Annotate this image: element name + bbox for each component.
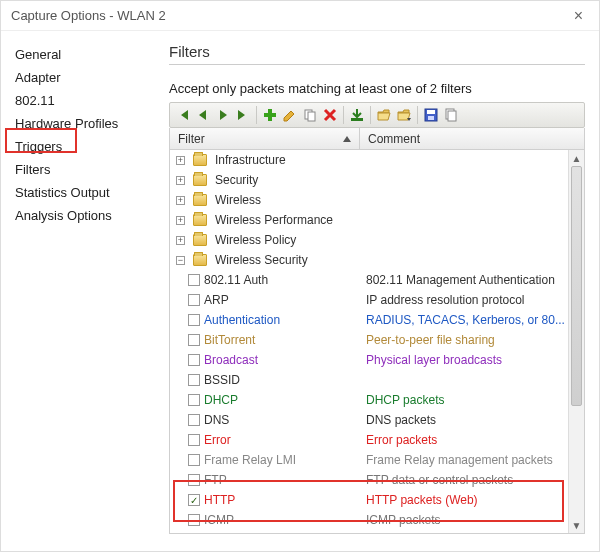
scroll-up-icon[interactable]: ▲: [569, 150, 584, 166]
expand-icon[interactable]: +: [176, 176, 185, 185]
filter-checkbox[interactable]: [188, 394, 200, 406]
filter-checkbox[interactable]: [188, 454, 200, 466]
toolbar-separator: [343, 106, 344, 124]
duplicate-icon[interactable]: [301, 106, 319, 124]
sidebar-item-hardware-profiles[interactable]: Hardware Profiles: [1, 112, 161, 135]
filter-label: Frame Relay LMI: [204, 453, 296, 467]
expand-icon[interactable]: +: [176, 236, 185, 245]
sidebar-item-adapter[interactable]: Adapter: [1, 66, 161, 89]
folder-row[interactable]: +Wireless Policy: [170, 230, 568, 250]
filter-label: Error: [204, 433, 231, 447]
filter-row[interactable]: BitTorrentPeer-to-peer file sharing: [170, 330, 568, 350]
toolbar: [169, 102, 585, 128]
filter-row[interactable]: ErrorError packets: [170, 430, 568, 450]
toolbar-separator: [370, 106, 371, 124]
svg-rect-9: [448, 111, 456, 121]
filter-row[interactable]: Frame Relay LMIFrame Relay management pa…: [170, 450, 568, 470]
titlebar: Capture Options - WLAN 2 ×: [1, 1, 599, 31]
filter-label: IGMP: [204, 533, 235, 534]
filter-checkbox[interactable]: [188, 414, 200, 426]
folder-icon: [193, 154, 207, 166]
folder-dropdown-icon[interactable]: [395, 106, 413, 124]
expand-icon[interactable]: +: [176, 216, 185, 225]
copy-icon[interactable]: [442, 106, 460, 124]
sidebar: GeneralAdapter802.11Hardware ProfilesTri…: [1, 31, 161, 551]
filter-label: BitTorrent: [204, 333, 255, 347]
filter-checkbox[interactable]: [188, 374, 200, 386]
expand-icon[interactable]: +: [176, 156, 185, 165]
folder-label: Security: [215, 173, 258, 187]
filter-row[interactable]: BroadcastPhysical layer broadcasts: [170, 350, 568, 370]
filter-row[interactable]: FTPFTP data or control packets: [170, 470, 568, 490]
subheading: Accept only packets matching at least on…: [169, 81, 585, 96]
filter-comment: Frame Relay management packets: [360, 453, 568, 467]
edit-icon[interactable]: [281, 106, 299, 124]
svg-rect-6: [427, 110, 435, 114]
close-icon[interactable]: ×: [568, 7, 589, 25]
filter-checkbox[interactable]: ✓: [188, 494, 200, 506]
filter-checkbox[interactable]: [188, 434, 200, 446]
folder-row[interactable]: +Wireless: [170, 190, 568, 210]
filter-row[interactable]: ICMPICMP packets: [170, 510, 568, 530]
import-icon[interactable]: [348, 106, 366, 124]
sidebar-item-statistics-output[interactable]: Statistics Output: [1, 181, 161, 204]
filter-row[interactable]: DHCPDHCP packets: [170, 390, 568, 410]
delete-icon[interactable]: [321, 106, 339, 124]
filter-label: DNS: [204, 413, 229, 427]
toolbar-separator: [417, 106, 418, 124]
filter-row[interactable]: IGMPIGMP packets: [170, 530, 568, 534]
sidebar-item-triggers[interactable]: Triggers: [1, 135, 161, 158]
folder-icon: [193, 254, 207, 266]
folder-row[interactable]: +Security: [170, 170, 568, 190]
filter-row[interactable]: AuthenticationRADIUS, TACACS, Kerberos, …: [170, 310, 568, 330]
collapse-icon[interactable]: −: [176, 256, 185, 265]
scroll-down-icon[interactable]: ▼: [569, 517, 584, 533]
toolbar-separator: [256, 106, 257, 124]
nav-next-icon[interactable]: [214, 106, 232, 124]
svg-rect-7: [428, 116, 434, 120]
folder-open-icon[interactable]: [375, 106, 393, 124]
filter-comment: DNS packets: [360, 413, 568, 427]
main-panel: Filters Accept only packets matching at …: [161, 31, 599, 551]
folder-icon: [193, 174, 207, 186]
sidebar-item-analysis-options[interactable]: Analysis Options: [1, 204, 161, 227]
filter-row[interactable]: DNSDNS packets: [170, 410, 568, 430]
grid-header: Filter Comment: [169, 128, 585, 150]
sidebar-item-filters[interactable]: Filters: [1, 158, 161, 181]
nav-first-icon[interactable]: [174, 106, 192, 124]
sort-asc-icon: [343, 136, 351, 142]
filter-checkbox[interactable]: [188, 294, 200, 306]
filter-label: ARP: [204, 293, 229, 307]
filter-comment: IP address resolution protocol: [360, 293, 568, 307]
filter-checkbox[interactable]: [188, 334, 200, 346]
window-title: Capture Options - WLAN 2: [11, 8, 166, 23]
scroll-thumb[interactable]: [571, 166, 582, 406]
column-filter-label: Filter: [178, 132, 205, 146]
sidebar-item-general[interactable]: General: [1, 43, 161, 66]
nav-prev-icon[interactable]: [194, 106, 212, 124]
nav-last-icon[interactable]: [234, 106, 252, 124]
folder-row[interactable]: +Infrastructure: [170, 150, 568, 170]
save-icon[interactable]: [422, 106, 440, 124]
expand-icon[interactable]: +: [176, 196, 185, 205]
column-comment-label: Comment: [368, 132, 420, 146]
column-filter[interactable]: Filter: [170, 128, 360, 149]
filter-row[interactable]: ✓HTTPHTTP packets (Web): [170, 490, 568, 510]
filter-checkbox[interactable]: [188, 474, 200, 486]
scrollbar[interactable]: ▲ ▼: [568, 150, 584, 533]
filter-row[interactable]: BSSID: [170, 370, 568, 390]
column-comment[interactable]: Comment: [360, 128, 584, 149]
filter-checkbox[interactable]: [188, 274, 200, 286]
svg-rect-4: [351, 118, 363, 121]
folder-row[interactable]: +Wireless Performance: [170, 210, 568, 230]
filter-row[interactable]: ARPIP address resolution protocol: [170, 290, 568, 310]
filter-checkbox[interactable]: [188, 514, 200, 526]
sidebar-item-802-11[interactable]: 802.11: [1, 89, 161, 112]
filter-row[interactable]: 802.11 Auth802.11 Management Authenticat…: [170, 270, 568, 290]
folder-row[interactable]: −Wireless Security: [170, 250, 568, 270]
svg-rect-1: [264, 113, 276, 117]
add-icon[interactable]: [261, 106, 279, 124]
filter-checkbox[interactable]: [188, 354, 200, 366]
filter-checkbox[interactable]: [188, 314, 200, 326]
filter-comment: ICMP packets: [360, 513, 568, 527]
